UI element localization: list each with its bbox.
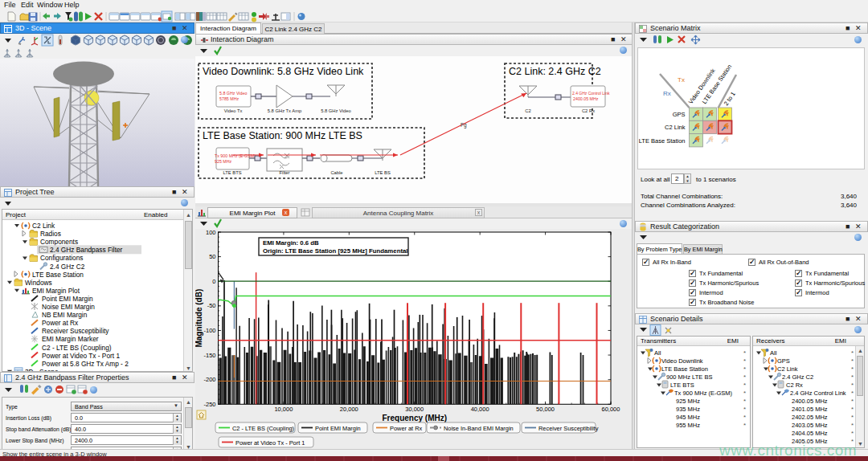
svg-text:C2 Link: C2 Link — [665, 124, 686, 131]
svg-text:*: * — [851, 357, 854, 365]
svg-text:*: * — [851, 365, 854, 373]
svg-text:2401.05 MHz: 2401.05 MHz — [792, 406, 828, 413]
svg-text:*: * — [851, 381, 854, 389]
svg-text:*: * — [743, 381, 746, 389]
svg-text:2.4 GHz Control Link: 2.4 GHz Control Link — [790, 390, 846, 397]
svg-text:*: * — [851, 406, 854, 413]
svg-text:5785 MHz: 5785 MHz — [219, 96, 239, 101]
svg-text:Origin: LTE Base Station [925: Origin: LTE Base Station [925 MHz] Funda… — [263, 247, 408, 255]
svg-text:C2 - LTE BS (Coupling): C2 - LTE BS (Coupling) — [42, 344, 112, 352]
svg-text:Frequency (MHz): Frequency (MHz) — [382, 414, 447, 422]
svg-text:Filter: Filter — [280, 170, 290, 175]
svg-text:5.8 GHz Video: 5.8 GHz Video — [321, 108, 351, 113]
svg-text:Cable: Cable — [330, 170, 342, 175]
svg-text:-50: -50 — [207, 302, 216, 309]
svg-text:*: * — [851, 414, 854, 421]
svg-text:5.8 GHz Tx Amp: 5.8 GHz Tx Amp — [268, 108, 301, 113]
svg-text:2.4 GHz C2: 2.4 GHz C2 — [50, 263, 85, 271]
svg-text:*: * — [743, 373, 746, 381]
svg-text:GPS: GPS — [673, 111, 686, 118]
svg-text:2400.05 MHz: 2400.05 MHz — [573, 96, 599, 101]
svg-text:10,000: 10,000 — [274, 406, 293, 413]
svg-text:*: * — [851, 398, 854, 405]
svg-text:Noise EMI Margin: Noise EMI Margin — [42, 303, 95, 311]
svg-text:-250: -250 — [203, 401, 215, 408]
svg-text:C2: C2 — [525, 108, 530, 113]
svg-text:925 MHz: 925 MHz — [215, 159, 232, 164]
svg-text:0: 0 — [212, 278, 215, 285]
svg-text:Power at Video Tx - Port 1: Power at Video Tx - Port 1 — [42, 352, 120, 360]
svg-text:Receiver Susceptibility: Receiver Susceptibility — [42, 327, 109, 335]
svg-text:GPS: GPS — [777, 357, 790, 365]
svg-text:*: * — [743, 422, 746, 429]
svg-text:*: * — [743, 365, 746, 373]
svg-text:2402.05 MHz: 2402.05 MHz — [792, 414, 828, 421]
svg-text:50,000: 50,000 — [536, 406, 555, 413]
svg-text:50: 50 — [209, 253, 215, 260]
svg-text:100: 100 — [206, 229, 216, 236]
svg-text:All: All — [654, 349, 661, 357]
svg-text:*: * — [743, 349, 746, 357]
svg-text:*: * — [851, 430, 854, 437]
svg-text:935 MHz: 935 MHz — [676, 406, 700, 413]
svg-text:Tx: Tx — [678, 76, 685, 84]
svg-text:Configurations: Configurations — [40, 254, 84, 262]
svg-text:*: * — [743, 357, 746, 365]
svg-text:Radios: Radios — [40, 230, 61, 238]
svg-text:LTE BTS: LTE BTS — [223, 170, 241, 175]
svg-text:20,000: 20,000 — [340, 406, 358, 413]
svg-text:*: * — [743, 398, 746, 405]
svg-text:-200: -200 — [203, 376, 215, 383]
svg-text:Fg: Fg — [461, 122, 467, 129]
svg-text:C2 Link: C2 Link — [32, 222, 55, 230]
svg-text:-100: -100 — [203, 327, 215, 334]
svg-text:2.4 GHz Control Link: 2.4 GHz Control Link — [572, 91, 610, 96]
svg-text:C2 Link: C2 Link — [777, 365, 798, 373]
svg-text:*: * — [743, 414, 746, 421]
svg-text:Point EMI Margin: Point EMI Margin — [315, 425, 361, 432]
svg-text:*: * — [851, 390, 854, 397]
svg-text:955 MHz: 955 MHz — [676, 422, 700, 429]
svg-text:2400.05 MHz: 2400.05 MHz — [792, 398, 828, 405]
svg-text:LTE Base Station: LTE Base Station — [32, 271, 84, 279]
svg-text:2.4 GHz C2: 2.4 GHz C2 — [782, 373, 813, 381]
svg-text:2404.05 MHz: 2404.05 MHz — [792, 430, 828, 437]
svg-text:Noise In-Band EMI Margin: Noise In-Band EMI Margin — [444, 425, 514, 432]
svg-text:*: * — [851, 349, 854, 357]
svg-text:LTE Base Station: LTE Base Station — [661, 365, 708, 373]
svg-text:*: * — [851, 422, 854, 429]
svg-text:EMI Margin: 0.6 dB: EMI Margin: 0.6 dB — [263, 239, 319, 247]
svg-text:LTE Base Station: 900 MHz LTE: LTE Base Station: 900 MHz LTE BS — [203, 130, 362, 141]
svg-text:EMI Margin Plot: EMI Margin Plot — [32, 287, 80, 295]
svg-text:60,000: 60,000 — [602, 406, 620, 413]
svg-text:-150: -150 — [203, 352, 215, 359]
svg-text:C2 Rx: C2 Rx — [582, 108, 595, 113]
svg-text:Rx: Rx — [663, 90, 671, 97]
svg-text:Tx 900 MHz (E-GSM): Tx 900 MHz (E-GSM) — [215, 153, 256, 158]
svg-text:Power at Rx: Power at Rx — [390, 425, 423, 432]
svg-text:*: * — [743, 390, 746, 397]
svg-text:LTE BTS: LTE BTS — [670, 381, 694, 389]
svg-text:Windows: Windows — [25, 279, 52, 287]
svg-text:Power at Rx: Power at Rx — [42, 319, 79, 327]
svg-text:*: * — [743, 406, 746, 413]
svg-text:NB EMI Margin: NB EMI Margin — [42, 311, 88, 319]
svg-text:*: * — [851, 373, 854, 381]
svg-text:Power at Video Tx - Port 1: Power at Video Tx - Port 1 — [235, 439, 305, 447]
svg-text:All: All — [770, 349, 777, 357]
svg-text:2 to 1: 2 to 1 — [723, 91, 737, 108]
svg-text:C2 Rx: C2 Rx — [786, 381, 803, 389]
svg-text:C2 Link: 2.4 GHz C2: C2 Link: 2.4 GHz C2 — [509, 66, 601, 77]
svg-text:Video Tx: Video Tx — [224, 108, 243, 113]
svg-text:Power at 5.8 GHz Tx Amp - 2: Power at 5.8 GHz Tx Amp - 2 — [42, 360, 129, 368]
svg-text:Magnitude (dB): Magnitude (dB) — [195, 289, 203, 348]
svg-text:925 MHz: 925 MHz — [676, 398, 700, 405]
svg-text:Receiver Susceptibility: Receiver Susceptibility — [538, 425, 599, 432]
svg-text:LTE BS: LTE BS — [375, 170, 391, 175]
svg-text:Point EMI Margin: Point EMI Margin — [42, 295, 93, 303]
svg-text:Video Downlink: 5.8 GHz Video: Video Downlink: 5.8 GHz Video Link — [203, 66, 364, 77]
svg-text:945 MHz: 945 MHz — [676, 414, 700, 421]
svg-text:Tx 900 MHz (E-GSM): Tx 900 MHz (E-GSM) — [674, 390, 733, 397]
svg-text:900 MHz LTE BS: 900 MHz LTE BS — [666, 373, 712, 381]
svg-text:40,000: 40,000 — [471, 406, 489, 413]
